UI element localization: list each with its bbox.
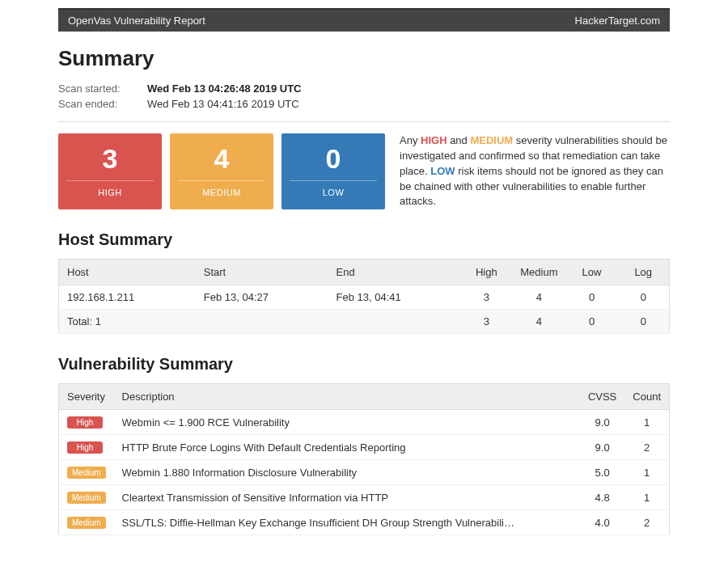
cell-description: SSL/TLS: Diffie-Hellman Key Exchange Ins… [114, 510, 580, 535]
col-host: Host [59, 260, 196, 285]
scan-started-label: Scan started: [58, 82, 147, 95]
severity-badge: Medium [67, 492, 106, 504]
col-cvss: CVSS [580, 384, 624, 410]
col-severity: Severity [59, 384, 114, 410]
table-row: MediumWebmin 1.880 Information Disclosur… [59, 460, 670, 485]
col-end: End [328, 260, 461, 285]
table-row: MediumCleartext Transmission of Sensitiv… [59, 485, 670, 510]
report-source: HackerTarget.com [575, 15, 660, 27]
cell-count: 1 [624, 410, 669, 435]
severity-badge: High [67, 441, 103, 454]
cell-severity: High [59, 410, 114, 435]
cell-low: 0 [566, 285, 618, 310]
table-row: 192.168.1.211Feb 13, 04:27Feb 13, 04:413… [59, 285, 670, 310]
tile-low-count: 0 [281, 145, 385, 172]
cell-high: 3 [460, 310, 512, 334]
severity-badge: Medium [67, 517, 106, 529]
cell-severity: Medium [59, 485, 114, 510]
cell-end: Feb 13, 04:41 [328, 285, 461, 310]
cell-count: 2 [624, 435, 669, 460]
tile-low-label: LOW [323, 188, 345, 197]
cell-low: 0 [566, 310, 618, 334]
table-row-total: Total: 13400 [59, 310, 670, 334]
blurb-low: LOW [430, 165, 455, 177]
cell-severity: Medium [59, 460, 114, 485]
vuln-summary-table: Severity Description CVSS Count HighWebm… [58, 383, 670, 535]
col-count: Count [624, 384, 669, 410]
table-row: HighHTTP Brute Force Logins With Default… [59, 435, 670, 460]
cell-cvss: 9.0 [580, 410, 624, 435]
topbar: OpenVas Vulnerability Report HackerTarge… [58, 8, 670, 32]
cell-count: 1 [624, 460, 669, 485]
table-row: HighWebmin <= 1.900 RCE Vulnerability9.0… [59, 410, 670, 435]
cell-count: 2 [624, 510, 669, 535]
cell-severity: Medium [59, 510, 114, 535]
col-description: Description [114, 384, 580, 410]
cell-start: Feb 13, 04:27 [196, 285, 328, 310]
col-log: Log [618, 260, 670, 285]
tile-high-label: HIGH [98, 188, 122, 197]
cell-cvss: 9.0 [580, 435, 624, 460]
tile-high-count: 3 [58, 145, 162, 172]
cell-cvss: 5.0 [580, 460, 624, 485]
tile-medium-label: MEDIUM [202, 188, 241, 197]
tile-medium-count: 4 [170, 145, 273, 172]
cell-cvss: 4.8 [580, 485, 624, 510]
severity-tiles: 3 HIGH 4 MEDIUM 0 LOW Any HIGH and MEDIU… [58, 133, 670, 209]
table-row: MediumSSL/TLS: Diffie-Hellman Key Exchan… [59, 510, 670, 535]
severity-badge: Medium [67, 467, 106, 479]
col-high: High [460, 260, 512, 285]
cell-log: 0 [618, 285, 670, 310]
summary-heading: Summary [58, 46, 670, 71]
cell-host: Total: 1 [59, 310, 196, 334]
host-summary-table: Host Start End High Medium Low Log 192.1… [58, 259, 670, 334]
tile-low: 0 LOW [281, 133, 385, 209]
report-title: OpenVas Vulnerability Report [68, 15, 205, 27]
cell-description: Webmin 1.880 Information Disclosure Vuln… [114, 460, 580, 485]
col-start: Start [196, 260, 328, 285]
cell-start [196, 310, 328, 334]
tile-medium: 4 MEDIUM [170, 133, 273, 209]
scan-started-value: Wed Feb 13 04:26:48 2019 UTC [147, 82, 302, 95]
blurb-high: HIGH [421, 134, 447, 146]
cell-high: 3 [460, 285, 512, 310]
scan-meta: Scan started: Wed Feb 13 04:26:48 2019 U… [58, 82, 670, 110]
cell-description: Webmin <= 1.900 RCE Vulnerability [114, 410, 580, 435]
tile-high: 3 HIGH [58, 133, 162, 209]
host-summary-heading: Host Summary [58, 230, 670, 249]
vuln-summary-heading: Vulnerability Summary [58, 355, 670, 374]
blurb-medium: MEDIUM [470, 134, 513, 146]
cell-medium: 4 [512, 285, 565, 310]
scan-ended-label: Scan ended: [58, 98, 147, 110]
cell-description: Cleartext Transmission of Sensitive Info… [114, 485, 580, 510]
col-medium: Medium [512, 260, 565, 285]
scan-ended-value: Wed Feb 13 04:41:16 2019 UTC [147, 98, 299, 110]
blurb-text: Any [400, 134, 421, 146]
blurb-text: and [447, 134, 471, 146]
severity-badge: High [67, 416, 103, 429]
cell-count: 1 [624, 485, 669, 510]
cell-end [328, 310, 461, 334]
cell-description: HTTP Brute Force Logins With Default Cre… [114, 435, 580, 460]
cell-host: 192.168.1.211 [59, 285, 196, 310]
cell-medium: 4 [512, 310, 565, 334]
col-low: Low [566, 260, 618, 285]
divider [58, 121, 670, 122]
cell-severity: High [59, 435, 114, 460]
cell-cvss: 4.0 [580, 510, 624, 535]
severity-blurb: Any HIGH and MEDIUM severity vulnerabili… [393, 133, 670, 209]
cell-log: 0 [618, 310, 670, 334]
